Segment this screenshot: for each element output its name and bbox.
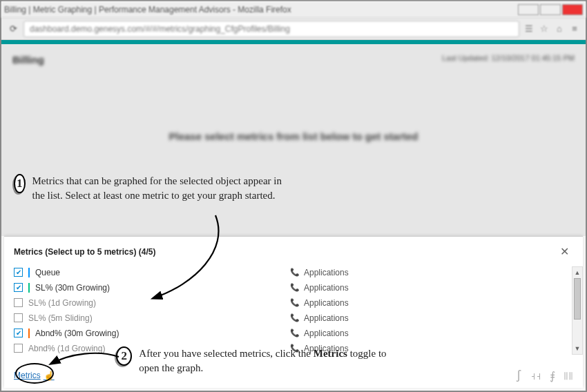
window-maximize-button[interactable]	[540, 4, 561, 15]
application-label: Applications	[304, 329, 349, 338]
menu-icon[interactable]: ≡	[569, 23, 580, 35]
metric-label: SL% (30m Growing)	[35, 283, 110, 293]
metric-row[interactable]: SL% (1d Growing)	[14, 297, 290, 308]
annotation-number-2: 2	[116, 346, 132, 366]
metric-label: Abnd% (1d Growing)	[28, 344, 105, 353]
metric-checkbox[interactable]	[14, 344, 23, 353]
url-input[interactable]	[23, 21, 519, 37]
chart-bar-icon[interactable]: ⫞⫞	[530, 369, 541, 382]
page-title: Billing	[12, 54, 44, 66]
metric-label: SL% (5m Sliding)	[28, 313, 93, 323]
metric-row[interactable]: Abnd% (30m Growing)	[14, 327, 290, 339]
application-row[interactable]: 📞Applications	[290, 266, 573, 278]
metric-checkbox[interactable]	[14, 268, 23, 277]
chart-type-icons: ∫ ⫞⫞ ⨎ ⦀⦀	[515, 369, 573, 382]
chart-grouped-icon[interactable]: ⦀⦀	[564, 369, 573, 382]
metrics-list: Queue SL% (30m Growing) SL% (1d Growing)…	[14, 266, 290, 355]
phone-icon: 📞	[290, 283, 300, 292]
application-label: Applications	[304, 313, 349, 323]
window-minimize-button[interactable]	[518, 4, 539, 15]
metric-color-swatch	[28, 329, 30, 338]
application-row[interactable]: 📞Applications	[290, 312, 573, 324]
annotation-1: 1 Metrics that can be graphed for the se…	[14, 174, 290, 203]
metric-checkbox[interactable]	[14, 283, 23, 292]
window-titlebar: Billing | Metric Graphing | Performance …	[1, 1, 586, 18]
phone-icon: 📞	[290, 268, 300, 277]
window-title: Billing | Metric Graphing | Performance …	[4, 5, 291, 14]
phone-icon: 📞	[290, 313, 300, 322]
metrics-toggle-link[interactable]: Metrics ☝	[14, 371, 55, 381]
scroll-thumb[interactable]	[574, 278, 581, 320]
window-close-button[interactable]	[562, 4, 583, 15]
star-icon[interactable]: ☆	[539, 23, 550, 35]
metrics-toggle-label: Metrics	[14, 371, 41, 380]
reload-icon[interactable]: ⟳	[7, 23, 19, 35]
metric-label: Abnd% (30m Growing)	[35, 329, 119, 338]
phone-icon: 📞	[290, 298, 300, 307]
application-label: Applications	[304, 298, 349, 308]
panel-title-count: (4/5)	[139, 247, 156, 257]
applications-list: 📞Applications 📞Applications 📞Application…	[290, 266, 573, 355]
close-icon[interactable]: ✕	[556, 244, 573, 259]
scroll-down-icon[interactable]: ▼	[572, 343, 582, 354]
application-row[interactable]: 📞Applications	[290, 327, 573, 339]
annotation-2-text: After you have selected metrics, click t…	[139, 346, 392, 375]
empty-state-message: Please select metrics from list below to…	[1, 130, 586, 142]
reader-icon[interactable]: ☰	[523, 23, 535, 35]
annotation-1-text: Metrics that can be graphed for the sele…	[32, 174, 291, 203]
chart-sline-icon[interactable]: ∫	[515, 369, 522, 382]
metric-color-swatch	[28, 283, 30, 293]
metric-label: Queue	[35, 268, 60, 277]
application-row[interactable]: 📞Applications	[290, 297, 573, 308]
annotation-number-1: 1	[14, 174, 26, 193]
metric-label: SL% (1d Growing)	[28, 298, 96, 308]
scroll-up-icon[interactable]: ▲	[572, 267, 582, 278]
last-updated-text: Last Updated: 12/10/2017 01:45:15 PM	[442, 54, 575, 66]
metric-row[interactable]: SL% (5m Sliding)	[14, 312, 290, 324]
metric-checkbox[interactable]	[14, 329, 23, 337]
metric-color-swatch	[28, 268, 30, 277]
phone-icon: 📞	[290, 329, 300, 337]
metric-row[interactable]: SL% (30m Growing)	[14, 282, 290, 293]
application-label: Applications	[304, 283, 349, 293]
annotation-2: 2 After you have selected metrics, click…	[116, 346, 392, 375]
metric-checkbox[interactable]	[14, 298, 23, 307]
home-icon[interactable]: ⌂	[554, 23, 565, 35]
chart-step-icon[interactable]: ⨎	[550, 369, 555, 382]
application-label: Applications	[304, 268, 349, 277]
panel-title-prefix: Metrics (Select up to 5 metrics)	[14, 247, 139, 257]
cursor-hand-icon: ☝	[44, 371, 55, 381]
metric-row[interactable]: Queue	[14, 266, 290, 278]
metric-checkbox[interactable]	[14, 313, 23, 322]
panel-scrollbar[interactable]: ▲ ▼	[572, 266, 583, 355]
address-bar: ⟳ ☰ ☆ ⌂ ≡	[1, 18, 586, 40]
application-row[interactable]: 📞Applications	[290, 282, 573, 293]
